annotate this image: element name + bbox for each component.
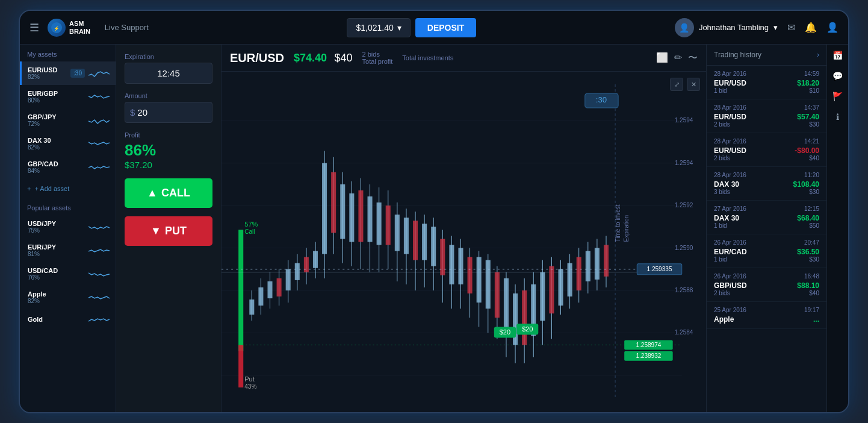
history-arrow[interactable]: › <box>817 51 819 59</box>
svg-rect-47 <box>395 215 400 251</box>
svg-rect-51 <box>413 221 418 260</box>
expiration-value[interactable]: 12:45 <box>125 63 212 84</box>
svg-rect-43 <box>377 202 382 245</box>
profit-label: Profit <box>125 131 212 139</box>
history-investment: $40 <box>797 290 819 296</box>
history-time: 14:37 <box>804 104 819 111</box>
history-profit: $36.50 <box>797 248 819 256</box>
live-support-label: Live Support <box>105 23 149 32</box>
logo-text: ASMBRAIN <box>69 20 90 34</box>
mail-icon[interactable]: ✉ <box>787 22 795 33</box>
sidebar-item-usdjpy[interactable]: USD/JPY 75% <box>20 215 116 239</box>
menu-icon[interactable]: ☰ <box>29 21 39 34</box>
svg-text:1.258974: 1.258974 <box>636 342 661 348</box>
expiration-section: Expiration 12:45 <box>125 53 212 84</box>
topbar: ☰ ⚡ ASMBRAIN Live Support $1,021.40 ▾ DE… <box>20 11 848 45</box>
svg-rect-31 <box>322 163 327 254</box>
amount-symbol: $ <box>130 107 135 118</box>
amount-input[interactable]: $ 20 <box>125 102 212 123</box>
calendar-icon[interactable]: 📅 <box>832 51 843 60</box>
svg-rect-85 <box>568 263 572 296</box>
maximize-button[interactable]: ⤢ <box>670 78 683 91</box>
history-item: 27 Apr 2016 12:15 DAX 30 1 bid $68.40 $5… <box>707 201 826 234</box>
history-time: 19:17 <box>804 307 819 313</box>
sidebar-item-eurusd[interactable]: EUR/USD 82% :30 <box>20 61 116 85</box>
sidebar-item-gbpjpy[interactable]: GBP/JPY 72% <box>20 108 116 132</box>
history-pair: EUR/USD <box>714 146 746 155</box>
chat-icon[interactable]: 💬 <box>832 71 843 81</box>
call-arrow-icon: ▲ <box>147 187 158 199</box>
history-pair: EUR/CAD <box>714 248 747 256</box>
asset-pct-dax30: 82% <box>28 144 85 151</box>
put-button[interactable]: ▼ PUT <box>125 216 212 246</box>
balance-button[interactable]: $1,021.40 ▾ <box>347 18 410 37</box>
topbar-center: $1,021.40 ▾ DEPOSIT <box>149 18 675 37</box>
svg-rect-55 <box>431 227 436 266</box>
sidebar-item-usdcad[interactable]: USD/CAD 76% <box>20 262 116 286</box>
history-item: 28 Apr 2016 14:21 EUR/USD 2 bids -$80.00… <box>707 133 826 167</box>
history-bids: 2 bids <box>714 121 746 128</box>
topbar-left: ☰ ⚡ ASMBRAIN Live Support <box>29 19 149 37</box>
history-investment: $40 <box>795 155 819 161</box>
candlestick-tool-icon[interactable]: ⬜ <box>656 52 668 64</box>
sidebar-item-apple[interactable]: Apple 82% <box>20 286 116 309</box>
info-icon[interactable]: ℹ <box>836 112 839 122</box>
sidebar-item-eurjpy[interactable]: EUR/JPY 81% <box>20 239 116 262</box>
profit-section: Profit 86% $37.20 <box>125 131 212 170</box>
sparkline-apple <box>88 292 110 303</box>
add-asset-button[interactable]: + + Add asset <box>20 179 116 198</box>
svg-text:1.238932: 1.238932 <box>636 352 661 359</box>
amount-label: Amount <box>125 92 212 99</box>
svg-text:1.2584: 1.2584 <box>675 329 693 336</box>
history-profit: $68.40 <box>797 214 819 222</box>
history-investment: $30 <box>797 121 819 128</box>
history-investment: $50 <box>797 222 819 229</box>
history-investment: $30 <box>797 256 819 263</box>
deposit-button[interactable]: DEPOSIT <box>415 18 476 37</box>
svg-text:1.259335: 1.259335 <box>647 266 672 272</box>
call-button[interactable]: ▲ CALL <box>125 178 212 208</box>
sidebar-item-eurgbp[interactable]: EUR/GBP 80% <box>20 85 116 108</box>
put-label: PUT <box>165 225 187 237</box>
sidebar-item-gbpcad[interactable]: GBP/CAD 84% <box>20 155 116 179</box>
expiration-label: Expiration <box>125 53 212 60</box>
history-date: 25 Apr 2016 <box>714 307 746 313</box>
history-pair: Apple <box>714 315 734 324</box>
chart-tools: ⬜ ✏ 〜 <box>656 52 698 64</box>
history-time: 16:48 <box>804 273 819 280</box>
svg-text:1.2592: 1.2592 <box>675 202 693 208</box>
chart-area: EUR/USD $74.40 $40 2 bids Total profit T… <box>222 45 706 412</box>
wave-tool-icon[interactable]: 〜 <box>688 52 698 64</box>
add-icon: + <box>27 185 31 192</box>
svg-rect-57 <box>440 239 445 275</box>
notification-icon[interactable]: 🔔 <box>805 22 817 33</box>
close-chart-button[interactable]: ✕ <box>687 78 700 91</box>
svg-text::30: :30 <box>596 95 607 104</box>
history-pair: EUR/USD <box>714 79 746 87</box>
add-asset-label: + Add asset <box>34 185 69 192</box>
chart-pair: EUR/USD <box>230 51 284 65</box>
flag-icon[interactable]: 🚩 <box>832 92 843 101</box>
sparkline-dax30 <box>88 139 110 149</box>
svg-rect-71 <box>504 278 509 333</box>
balance-dropdown-icon: ▾ <box>397 23 401 33</box>
svg-rect-39 <box>358 190 363 242</box>
chart-total-profit: $74.40 <box>294 52 327 64</box>
svg-rect-45 <box>386 205 391 245</box>
sidebar-item-gold[interactable]: Gold <box>20 309 116 330</box>
chart-svg[interactable]: 57% Call Put 43% $20 $20 1.258974 1.2389… <box>222 72 706 412</box>
pencil-tool-icon[interactable]: ✏ <box>674 52 682 64</box>
asset-pct-gbpcad: 84% <box>28 168 85 174</box>
history-investment: $10 <box>797 87 819 94</box>
profit-usd: $37.20 <box>125 160 212 170</box>
svg-text:1.2588: 1.2588 <box>675 287 693 293</box>
svg-text:Put: Put <box>244 375 255 383</box>
asset-name-usdjpy: USD/JPY <box>28 220 85 227</box>
svg-rect-11 <box>238 345 243 387</box>
history-profit: -$80.00 <box>795 146 819 155</box>
account-icon[interactable]: 👤 <box>826 22 839 33</box>
amount-value: 20 <box>137 107 147 118</box>
sidebar-item-dax30[interactable]: DAX 30 82% <box>20 132 116 155</box>
device-frame: ☰ ⚡ ASMBRAIN Live Support $1,021.40 ▾ DE… <box>19 10 849 413</box>
asset-pct-eurusd: 82% <box>28 74 67 80</box>
